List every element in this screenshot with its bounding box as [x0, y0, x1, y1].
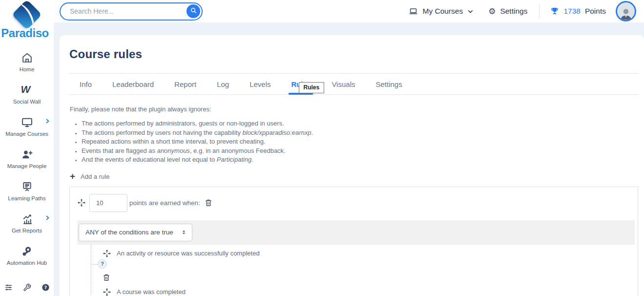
- list-item: The actions performed by users not havin…: [82, 128, 639, 138]
- sidebar-item-home[interactable]: Home: [0, 46, 54, 78]
- report-chart-icon: [21, 213, 33, 225]
- move-handle-icon[interactable]: [77, 198, 86, 207]
- conditions-mode-select[interactable]: ANY of the conditions are true: [79, 224, 192, 241]
- search-icon: [190, 7, 197, 16]
- person-plus-icon: [21, 148, 33, 161]
- move-handle-icon[interactable]: [103, 249, 111, 258]
- tab-log[interactable]: Log: [207, 74, 239, 94]
- points-label: Points: [585, 7, 606, 16]
- tab-bar: Info Leaderboard Report Log Levels Rules…: [69, 73, 639, 95]
- my-courses-label: My Courses: [422, 7, 463, 16]
- settings-menu[interactable]: ⚙ Settings: [488, 7, 527, 16]
- tab-rules[interactable]: Rules Rules: [281, 74, 322, 94]
- sidebar-item-label: Manage People: [7, 163, 47, 169]
- automation-hub-icon: [21, 245, 33, 257]
- rule-container: points are earned when: ANY of the condi…: [69, 187, 638, 296]
- topbar-divider: [539, 4, 540, 19]
- intro-text: Finally, please note that the plugin alw…: [70, 106, 639, 113]
- rule-header: points are earned when:: [77, 194, 635, 212]
- points-value: 1738: [563, 7, 580, 16]
- sidebar-item-get-reports[interactable]: Get Reports: [0, 207, 54, 239]
- content-area: Course rules Info Leaderboard Report Log…: [54, 22, 644, 296]
- conditions-tree: An activity or resource was successfully…: [91, 245, 635, 296]
- sidebar-item-label: Manage Courses: [5, 131, 48, 137]
- course-rules-card: Course rules Info Leaderboard Report Log…: [60, 35, 644, 296]
- chevron-right-icon[interactable]: [44, 117, 50, 123]
- app-root: Paradiso Home W Social Wall Manage Cours…: [0, 0, 644, 296]
- paradiso-diamond-icon: [12, 0, 42, 30]
- list-item: Repeated actions within a short time int…: [82, 137, 639, 147]
- tab-levels[interactable]: Levels: [239, 74, 281, 94]
- avatar-person-icon: [619, 6, 633, 21]
- list-item: Events that are flagged as anonymous, e.…: [82, 147, 639, 156]
- delete-condition-icon[interactable]: [103, 274, 110, 281]
- trophy-icon: [550, 7, 559, 16]
- svg-text:?: ?: [44, 285, 46, 290]
- select-arrows-icon: [181, 229, 187, 235]
- page-title: Course rules: [69, 47, 639, 61]
- main-column: My Courses ⚙ Settings 1738 Points: [54, 0, 644, 296]
- home-icon: [21, 52, 33, 64]
- list-item: And the events of educational level not …: [82, 155, 639, 165]
- sidebar-item-label: Social Wall: [13, 99, 41, 105]
- sidebar-item-learning-paths[interactable]: Learning Paths: [0, 175, 54, 207]
- chevron-right-icon[interactable]: [44, 214, 50, 220]
- tab-settings[interactable]: Settings: [365, 74, 412, 94]
- wrench-icon[interactable]: [23, 283, 31, 292]
- chevron-down-icon: [467, 8, 474, 15]
- user-avatar[interactable]: [616, 1, 636, 21]
- tab-report[interactable]: Report: [164, 74, 207, 94]
- condition-row: An activity or resource was successfully…: [103, 249, 635, 258]
- social-wall-icon: W: [21, 84, 33, 96]
- add-rule-label: Add a rule: [81, 173, 109, 180]
- condition-label: A course was completed: [117, 288, 186, 296]
- move-handle-icon[interactable]: [103, 288, 111, 296]
- brand-name: Paradiso: [0, 26, 54, 40]
- settings-label: Settings: [500, 7, 527, 16]
- add-rule-button[interactable]: + Add a rule: [70, 173, 109, 180]
- points-indicator[interactable]: 1738 Points: [550, 7, 606, 16]
- sidebar-item-label: Get Reports: [12, 228, 42, 233]
- my-courses-menu[interactable]: My Courses: [409, 7, 474, 16]
- sidebar-item-automation-hub[interactable]: Automation Hub: [0, 239, 54, 272]
- tab-info[interactable]: Info: [69, 74, 102, 94]
- learning-board-icon: [21, 181, 33, 193]
- search-button[interactable]: [187, 4, 200, 18]
- sidebar-footer: ?: [4, 283, 50, 296]
- brand-logo[interactable]: Paradiso: [0, 0, 54, 40]
- monitor-icon: [21, 116, 33, 128]
- tab-visuals[interactable]: Visuals: [321, 74, 365, 94]
- rules-tooltip: Rules: [299, 82, 325, 93]
- sidebar: Paradiso Home W Social Wall Manage Cours…: [0, 0, 54, 296]
- condition-label: An activity or resource was successfully…: [117, 250, 260, 257]
- sidebar-nav: Home W Social Wall Manage Courses Ma: [0, 46, 54, 272]
- sidebar-item-manage-people[interactable]: Manage People: [0, 143, 54, 175]
- list-item: The actions performed by administrators,…: [82, 119, 639, 128]
- delete-rule-icon[interactable]: [205, 199, 212, 207]
- points-suffix-label: points are earned when:: [129, 199, 200, 207]
- topbar-right: My Courses ⚙ Settings 1738 Points: [409, 1, 636, 21]
- condition-help-row: ?: [91, 259, 635, 269]
- search-input[interactable]: [69, 7, 176, 16]
- ignore-list: The actions performed by administrators,…: [73, 119, 639, 165]
- preferences-sliders-icon[interactable]: [4, 283, 13, 292]
- plus-icon: +: [70, 173, 75, 180]
- condition-row: A course was completed: [103, 288, 635, 296]
- sidebar-item-label: Automation Hub: [7, 260, 47, 266]
- sidebar-item-social-wall[interactable]: W Social Wall: [0, 78, 54, 110]
- topbar: My Courses ⚙ Settings 1738 Points: [54, 0, 644, 22]
- condition-mode-row: ANY of the conditions are true: [77, 220, 635, 245]
- gear-icon: ⚙: [488, 7, 496, 16]
- laptop-icon: [409, 7, 418, 16]
- tab-leaderboard[interactable]: Leaderboard: [102, 74, 164, 94]
- help-badge-icon[interactable]: ?: [98, 259, 107, 269]
- points-input[interactable]: [89, 194, 127, 212]
- help-icon[interactable]: ?: [42, 283, 50, 292]
- sidebar-item-manage-courses[interactable]: Manage Courses: [0, 110, 54, 143]
- search-bar: [60, 2, 203, 21]
- sidebar-item-label: Learning Paths: [8, 195, 45, 201]
- sidebar-item-label: Home: [20, 66, 35, 72]
- conditions-mode-value: ANY of the conditions are true: [85, 229, 173, 236]
